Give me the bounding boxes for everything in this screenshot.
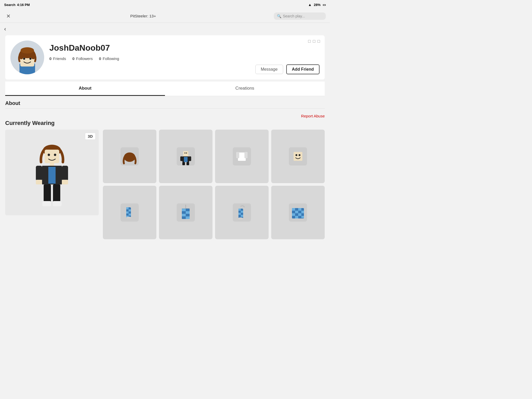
item-thumb-hair[interactable] [103, 130, 156, 183]
svg-rect-33 [184, 157, 188, 162]
svg-rect-74 [292, 213, 295, 216]
item-thumb-shirt[interactable] [215, 130, 269, 183]
wearing-content: 3D [5, 130, 325, 239]
svg-rect-61 [186, 216, 190, 219]
svg-rect-77 [301, 211, 304, 213]
back-button[interactable]: ‹ [4, 26, 6, 32]
more-options-button[interactable]: □ □ □ [308, 39, 321, 44]
about-title: About [5, 100, 325, 106]
svg-point-11 [48, 154, 50, 156]
svg-rect-41 [244, 152, 248, 158]
svg-rect-29 [183, 151, 188, 156]
svg-rect-23 [53, 184, 60, 203]
friends-label: Friends [53, 56, 66, 61]
followers-label: Followers [76, 56, 93, 61]
svg-rect-10 [45, 150, 59, 163]
wearing-3d-view[interactable]: 3D [5, 130, 99, 215]
svg-rect-35 [189, 156, 191, 161]
svg-rect-19 [36, 180, 42, 184]
svg-point-30 [184, 152, 185, 154]
search-label: Search [4, 3, 15, 7]
following-label: Following [103, 56, 119, 61]
item-thumb-blue1[interactable] [103, 186, 156, 239]
svg-point-53 [126, 217, 131, 219]
item-thumb-blue4[interactable] [271, 186, 325, 239]
svg-rect-78 [301, 216, 304, 218]
profile-tabs: About Creations [5, 82, 325, 96]
3d-badge[interactable]: 3D [85, 133, 96, 140]
svg-rect-50 [126, 211, 129, 214]
svg-rect-34 [180, 156, 183, 161]
item-thumb-blue2[interactable] [159, 186, 212, 239]
svg-rect-22 [44, 184, 51, 203]
svg-rect-13 [50, 163, 54, 166]
svg-point-8 [21, 47, 34, 54]
battery-icon: ▭ [323, 3, 326, 7]
sub-nav: ‹ [0, 23, 330, 35]
svg-rect-67 [241, 215, 243, 217]
svg-rect-25 [53, 201, 62, 206]
svg-rect-37 [187, 162, 189, 165]
svg-rect-58 [182, 209, 186, 211]
svg-rect-48 [126, 207, 129, 209]
battery-pct: 28% [314, 3, 321, 7]
svg-rect-17 [56, 166, 62, 184]
report-abuse-link[interactable]: Report Abuse [5, 114, 325, 118]
svg-rect-51 [129, 214, 131, 216]
search-icon: 🔍 [277, 14, 281, 18]
svg-rect-65 [241, 211, 243, 213]
svg-point-4 [29, 58, 31, 60]
svg-rect-49 [129, 209, 131, 211]
svg-rect-15 [47, 167, 57, 184]
close-button[interactable]: ✕ [4, 12, 12, 20]
status-bar: Search 4:16 PM ▲ 28% ▭ [0, 0, 330, 9]
svg-point-3 [23, 58, 25, 60]
profile-info: JoshDaNoob07 0 Friends 0 Followers 0 Fol… [49, 41, 320, 61]
svg-rect-59 [186, 211, 190, 214]
svg-rect-24 [42, 201, 51, 206]
svg-rect-75 [295, 216, 298, 218]
item-thumb-face[interactable] [271, 130, 325, 183]
tab-creations[interactable]: Creations [165, 82, 325, 96]
svg-point-68 [238, 217, 243, 220]
avatar [10, 41, 44, 74]
svg-point-12 [54, 154, 56, 156]
following-stat[interactable]: 0 Following [99, 56, 119, 61]
about-section: About [0, 96, 330, 112]
svg-rect-72 [295, 211, 298, 213]
message-button[interactable]: Message [255, 65, 283, 74]
about-divider [5, 108, 325, 109]
following-count: 0 [99, 56, 101, 61]
followers-stat[interactable]: 0 Followers [72, 56, 93, 61]
profile-card: □ □ □ [5, 35, 325, 79]
item-thumb-blue3[interactable] [215, 186, 269, 239]
status-left: Search 4:16 PM [4, 3, 30, 7]
nav-bar: ✕ PitSteeler: 13+ 🔍 Search play... [0, 9, 330, 23]
svg-rect-60 [182, 214, 186, 216]
friends-count: 0 [49, 56, 51, 61]
svg-rect-76 [298, 213, 301, 216]
search-bar[interactable]: 🔍 Search play... [274, 12, 326, 20]
svg-rect-73 [298, 208, 301, 211]
friends-stat[interactable]: 0 Friends [49, 56, 66, 61]
add-friend-button[interactable]: Add Friend [286, 64, 320, 74]
svg-point-45 [299, 154, 301, 156]
username: JoshDaNoob07 [49, 43, 320, 53]
svg-rect-36 [182, 162, 185, 165]
profile-stats: 0 Friends 0 Followers 0 Following [49, 56, 320, 61]
item-thumb-char[interactable] [159, 130, 212, 183]
item-grid [103, 130, 325, 239]
profile-actions: Message Add Friend [255, 64, 320, 74]
svg-point-27 [124, 152, 135, 162]
tab-about[interactable]: About [5, 82, 165, 96]
wifi-icon: ▲ [308, 3, 312, 7]
nav-title: PitSteeler: 13+ [130, 14, 156, 18]
status-right: ▲ 28% ▭ [308, 3, 326, 7]
svg-rect-66 [238, 213, 241, 215]
svg-rect-20 [62, 166, 68, 181]
svg-rect-21 [62, 180, 68, 184]
svg-rect-16 [42, 166, 48, 184]
svg-rect-18 [36, 166, 42, 181]
svg-rect-43 [294, 152, 302, 161]
svg-point-31 [186, 152, 187, 154]
